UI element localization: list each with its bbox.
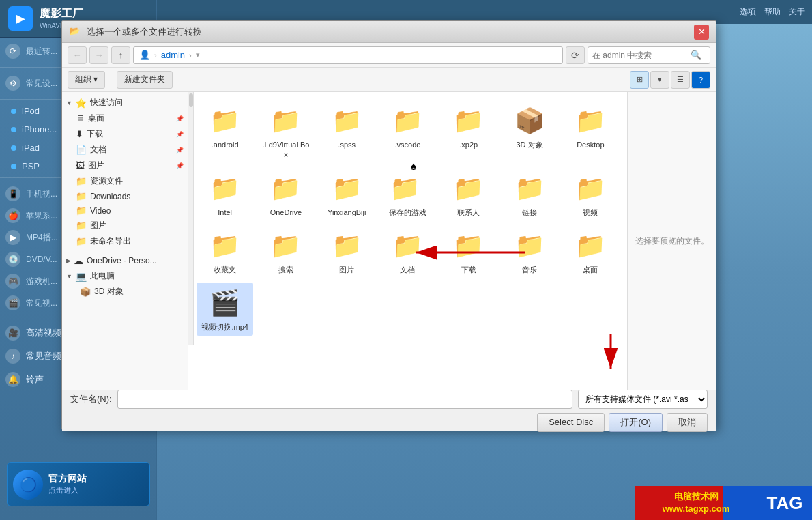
tree-panel: ▼ ⭐ 快速访问 🖥 桌面 📌 ⬇ 下载 📌 📄 文档 📌 🖼 图片 [62, 92, 188, 390]
file-item[interactable]: 📁 YinxiangBiji [319, 168, 375, 221]
scroll-indicator [188, 92, 194, 345]
nav-up-button[interactable]: ↑ [111, 46, 130, 64]
file-item[interactable]: 📁 链接 [501, 168, 557, 221]
nav-search-input[interactable] [592, 50, 688, 60]
file-item[interactable]: 📁 .Ld9Virtual Box [257, 100, 314, 164]
nav-path-admin[interactable]: admin [161, 50, 185, 60]
tree-item-resources[interactable]: 📁 资源文件 [62, 173, 188, 189]
action-row: Select Disc 打开(O) 取消 [70, 413, 708, 432]
game-icon: 🎮 [5, 274, 20, 289]
video-file-icon: 🎬 [209, 287, 242, 319]
folder-icon: 📁 [209, 172, 242, 205]
search-icon: 🔍 [691, 50, 701, 60]
nav-search-box: 🔍 [588, 46, 710, 64]
folder-icon: 📁 [209, 104, 242, 137]
view-buttons: ⊞ ▾ ☰ ? [630, 71, 710, 89]
scroll-thumb[interactable] [189, 93, 193, 107]
filename-row: 文件名(N): 所有支持媒体文件 (*.avi *.as [70, 390, 708, 409]
apple-icon: 🍎 [5, 208, 20, 223]
folder-search-icon: 📁 [270, 229, 302, 262]
new-folder-button[interactable]: 新建文件夹 [117, 71, 173, 89]
dialog-bottom: 文件名(N): 所有支持媒体文件 (*.avi *.as Select Disc… [62, 390, 716, 431]
help-button[interactable]: ? [691, 71, 710, 89]
folder-icon: 📁 [270, 104, 302, 137]
file-item[interactable]: 📁 .spss [319, 100, 375, 164]
file-item[interactable]: 📁 桌面 [562, 225, 619, 278]
detail-view-button[interactable]: ☰ [671, 71, 690, 89]
file-item[interactable]: 📁 Desktop [562, 100, 619, 164]
file-item[interactable]: 📁 .android [197, 100, 253, 164]
file-item[interactable]: 📁 收藏夹 [197, 225, 253, 278]
tree-item-pictures[interactable]: 🖼 图片 📌 [62, 158, 188, 173]
computer-header[interactable]: ▼ 💻 此电脑 [62, 268, 188, 284]
view-options-button[interactable]: ▾ [650, 71, 669, 89]
dialog-nav: ← → ↑ 👤 › admin › ▾ ⟳ 🔍 [62, 43, 716, 68]
tree-item-video[interactable]: 📁 Video [62, 203, 188, 218]
file-item[interactable]: 📁 .xp2p [440, 100, 497, 164]
dialog-body: ▼ ⭐ 快速访问 🖥 桌面 📌 ⬇ 下载 📌 📄 文档 📌 🖼 图片 [62, 92, 716, 390]
filename-label: 文件名(N): [70, 393, 112, 405]
dialog-close-button[interactable]: ✕ [694, 25, 709, 40]
tree-item-3d[interactable]: 📦 3D 对象 [62, 284, 188, 300]
bottom-row: 文件名(N): 所有支持媒体文件 (*.avi *.as Select Disc… [70, 390, 708, 432]
folder-doc-icon: 📁 [391, 229, 424, 262]
folder-icon: 📁 [330, 104, 363, 137]
cancel-button[interactable]: 取消 [667, 413, 708, 432]
folder-blue-icon: 📁 [574, 229, 607, 262]
file-item[interactable]: 📦 3D 对象 [501, 100, 557, 164]
filename-input[interactable] [117, 390, 572, 409]
open-button[interactable]: 打开(O) [609, 413, 663, 432]
folder-3d-icon: 📦 [513, 104, 546, 137]
file-item[interactable]: 📁 图片 [319, 225, 375, 278]
filetype-select[interactable]: 所有支持媒体文件 (*.avi *.as [578, 390, 708, 409]
folder-contact-icon: 📁 [452, 172, 485, 205]
organize-button[interactable]: 组织 ▾ [68, 71, 105, 89]
audio-icon: ♪ [5, 349, 20, 364]
topbar-help[interactable]: 帮助 [764, 6, 781, 18]
nav-user-icon: 👤 [139, 50, 150, 60]
mp4-icon: ▶ [5, 230, 20, 245]
tree-item-unnamed[interactable]: 📁 未命名导出 [62, 233, 188, 249]
file-item[interactable]: 📁 文档 [379, 225, 436, 278]
topbar-options[interactable]: 选项 [740, 6, 756, 18]
onedrive-header[interactable]: ▶ ☁ OneDrive - Perso... [62, 253, 188, 268]
nav-forward-button[interactable]: → [89, 46, 108, 64]
tree-item-docs[interactable]: 📄 文档 📌 [62, 142, 188, 158]
file-item[interactable]: 📁♠ 保存的游戏 [379, 168, 436, 221]
file-item[interactable]: 📁 搜索 [257, 225, 314, 278]
file-item[interactable]: 📁 下载 [440, 225, 497, 278]
tree-item-desktop[interactable]: 🖥 桌面 📌 [62, 111, 188, 126]
promo-icon: 🔵 [13, 470, 43, 500]
settings-icon: ⚙ [5, 76, 20, 91]
logo-icon: ▶ [8, 6, 33, 31]
folder-video-icon: 📁 [574, 172, 607, 205]
file-item-video[interactable]: 🎬 视频切换.mp4 [197, 283, 253, 336]
select-disc-button[interactable]: Select Disc [537, 413, 605, 432]
folder-image-icon: 📁 [330, 229, 363, 262]
file-item[interactable]: 📁 Intel [197, 168, 253, 221]
grid-view-button[interactable]: ⊞ [630, 71, 649, 89]
file-item[interactable]: 📁 音乐 [501, 225, 557, 278]
tree-item-pictures2[interactable]: 📁 图片 [62, 218, 188, 233]
tag-watermark: 电脑技术网 www.tagxp.com TAG [635, 486, 812, 520]
folder-id-icon: 📁 [574, 104, 607, 137]
topbar-about[interactable]: 关于 [789, 6, 805, 18]
tree-item-download[interactable]: ⬇ 下载 📌 [62, 126, 188, 142]
dot-icon [11, 164, 16, 169]
file-item[interactable]: 📁 视频 [562, 168, 619, 221]
nav-refresh-button[interactable]: ⟳ [566, 46, 585, 64]
promo-banner[interactable]: 🔵 官方网站 点击进入 [7, 462, 150, 506]
nav-back-button[interactable]: ← [68, 46, 87, 64]
file-item[interactable]: 📁 .vscode [379, 100, 436, 164]
dialog-titlebar: 📂 选择一个或多个文件进行转换 ✕ [62, 21, 716, 43]
quick-access-header[interactable]: ▼ ⭐ 快速访问 [62, 95, 188, 111]
tree-item-downloads[interactable]: 📁 Downloads [62, 189, 188, 203]
dot-icon [11, 145, 16, 151]
recent-icon: ⟳ [5, 44, 20, 59]
toolbar-separator [111, 73, 111, 87]
file-item[interactable]: 📁 OneDrive [257, 168, 314, 221]
file-item[interactable]: 📁 联系人 [440, 168, 497, 221]
folder-download-icon: 📁 [452, 229, 485, 262]
phone-video-icon: 📱 [5, 186, 20, 201]
hd-icon: 🎥 [5, 326, 20, 341]
